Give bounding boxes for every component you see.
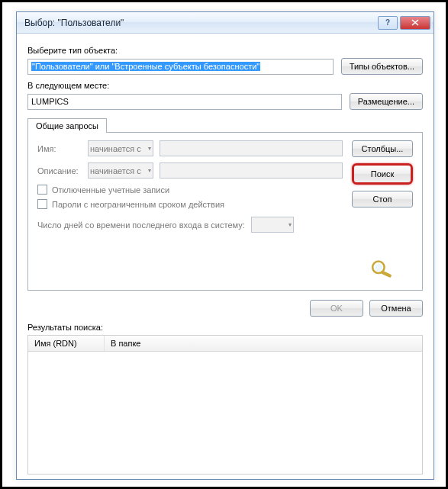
name-input[interactable] [160, 140, 343, 156]
disabled-accounts-label: Отключенные учетные записи [52, 185, 169, 195]
results-label: Результаты поиска: [27, 323, 423, 332]
disabled-accounts-checkbox[interactable] [37, 185, 47, 195]
columns-button[interactable]: Столбцы... [352, 140, 413, 157]
chevron-down-icon: ▾ [148, 167, 151, 174]
location-button[interactable]: Размещение... [350, 93, 423, 110]
location-value: LUMPICS [31, 97, 69, 106]
password-noexpire-checkbox[interactable] [37, 199, 47, 209]
name-operator-select[interactable]: начинается с ▾ [88, 140, 153, 156]
results-table: Имя (RDN) В папке [27, 335, 423, 475]
location-label: В следующем месте: [27, 81, 423, 90]
days-label: Число дней со времени последнего входа в… [37, 220, 245, 230]
table-body[interactable] [28, 352, 422, 474]
ok-button[interactable]: OK [310, 300, 363, 317]
stop-button[interactable]: Стоп [352, 191, 413, 208]
name-label: Имя: [37, 144, 82, 153]
dialog-window: Выбор: "Пользователи" ? Выберите тип объ… [16, 11, 434, 480]
svg-rect-1 [381, 271, 392, 278]
object-type-label: Выберите тип объекта: [27, 46, 423, 55]
tab-common-queries[interactable]: Общие запросы [27, 118, 107, 133]
object-type-value: "Пользователи" или "Встроенные субъекты … [31, 62, 260, 71]
chevron-down-icon: ▾ [148, 145, 151, 152]
close-icon [411, 19, 419, 26]
days-select[interactable]: ▾ [251, 217, 294, 233]
window-title: Выбор: "Пользователи" [24, 18, 375, 28]
desc-operator-select[interactable]: начинается с ▾ [88, 162, 153, 179]
object-type-field[interactable]: "Пользователи" или "Встроенные субъекты … [27, 59, 334, 75]
location-field[interactable]: LUMPICS [27, 94, 342, 110]
password-noexpire-label: Пароли с неограниченным сроком действия [52, 200, 224, 209]
desc-input[interactable] [160, 162, 343, 179]
magnifier-icon [369, 259, 396, 278]
close-button[interactable] [400, 16, 430, 30]
help-button[interactable]: ? [378, 16, 398, 30]
search-button[interactable]: Поиск [352, 163, 413, 185]
titlebar[interactable]: Выбор: "Пользователи" ? [17, 12, 433, 34]
tab-panel: Имя: начинается с ▾ Описание: начинается… [27, 132, 423, 291]
desc-label: Описание: [37, 166, 82, 175]
object-types-button[interactable]: Типы объектов... [341, 58, 423, 75]
col-folder[interactable]: В папке [105, 336, 422, 351]
table-header: Имя (RDN) В папке [28, 336, 422, 352]
chevron-down-icon: ▾ [288, 221, 292, 228]
svg-point-2 [375, 263, 382, 271]
dialog-content: Выберите тип объекта: "Пользователи" или… [17, 34, 433, 482]
col-name[interactable]: Имя (RDN) [28, 336, 105, 351]
cancel-button[interactable]: Отмена [369, 300, 423, 317]
